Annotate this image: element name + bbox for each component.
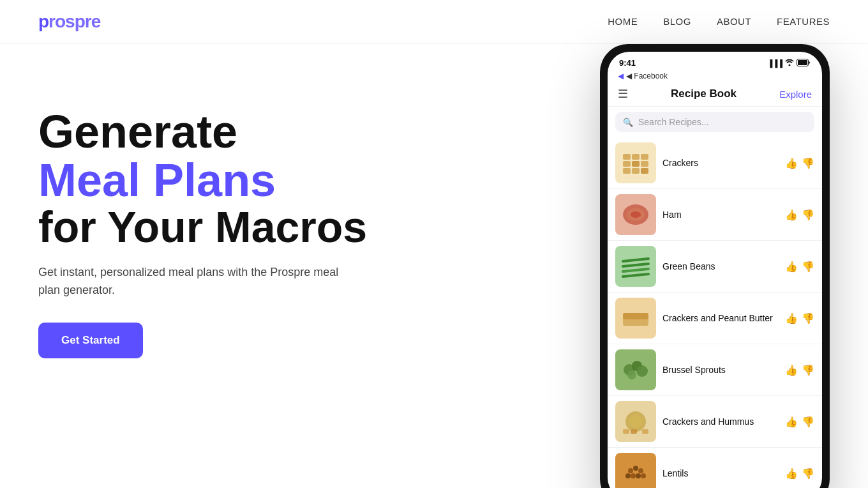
hero-text: Generate Meal Plans for Your Macros Get … xyxy=(38,82,421,358)
recipe-thumb-green-beans xyxy=(615,246,656,287)
svg-rect-7 xyxy=(632,161,640,167)
recipe-item-crackers: Crackers 👍 👎 xyxy=(608,137,822,189)
phone-frame: 9:41 ▐▐▐ ◀ ◀ Facebook xyxy=(600,44,830,488)
recipe-name-crackers: Crackers xyxy=(662,158,779,168)
svg-rect-32 xyxy=(623,429,629,434)
recipe-thumb-crackers xyxy=(615,142,656,183)
svg-point-40 xyxy=(631,473,636,478)
svg-point-38 xyxy=(638,468,643,473)
search-icon: 🔍 xyxy=(623,118,633,127)
recipe-item-lentils: Lentils 👍 👎 xyxy=(608,448,822,488)
svg-point-15 xyxy=(631,211,641,218)
recipe-name-crackers-pb: Crackers and Peanut Butter xyxy=(662,313,779,323)
dislike-button-green-beans[interactable]: 👎 xyxy=(802,261,814,273)
like-button-crackers[interactable]: 👍 xyxy=(785,157,798,169)
like-button-lentils[interactable]: 👍 xyxy=(785,468,798,480)
recipe-actions-crackers-hummus: 👍 👎 xyxy=(785,416,814,428)
hero-section: Generate Meal Plans for Your Macros Get … xyxy=(0,44,868,488)
svg-point-41 xyxy=(636,473,641,478)
back-bar: ◀ ◀ Facebook xyxy=(608,70,822,83)
nav-home[interactable]: HOME xyxy=(608,16,638,27)
svg-rect-1 xyxy=(798,60,807,65)
recipe-name-lentils: Lentils xyxy=(662,468,779,478)
logo-p: p xyxy=(38,11,49,31)
explore-link[interactable]: Explore xyxy=(779,89,812,100)
recipe-thumb-crackers-hummus xyxy=(615,401,656,442)
recipe-item-crackers-pb: Crackers and Peanut Butter 👍 👎 xyxy=(608,293,822,344)
recipe-actions-brussels: 👍 👎 xyxy=(785,364,814,376)
get-started-button[interactable]: Get Started xyxy=(38,323,143,358)
svg-point-28 xyxy=(627,370,636,379)
dislike-button-brussels[interactable]: 👎 xyxy=(802,364,814,376)
like-button-crackers-hummus[interactable]: 👍 xyxy=(785,416,798,428)
wifi-icon xyxy=(785,59,794,67)
battery-icon xyxy=(797,59,811,68)
dislike-button-crackers[interactable]: 👎 xyxy=(802,157,814,169)
app-nav: ☰ Recipe Book Explore xyxy=(608,83,822,107)
hero-title-generate: Generate xyxy=(38,108,421,156)
recipe-name-brussels: Brussel Sprouts xyxy=(662,365,779,375)
hero-title-macros: for Your Macros xyxy=(38,204,421,250)
status-bar: 9:41 ▐▐▐ xyxy=(608,52,822,70)
nav-about[interactable]: ABOUT xyxy=(717,16,751,27)
svg-point-42 xyxy=(641,473,646,478)
recipe-item-brussels: Brussel Sprouts 👍 👎 xyxy=(608,344,822,396)
recipe-thumb-crackers-pb xyxy=(615,298,656,339)
phone-mockup: 9:41 ▐▐▐ ◀ ◀ Facebook xyxy=(600,44,830,488)
recipe-name-ham: Ham xyxy=(662,210,779,220)
recipe-actions-crackers-pb: 👍 👎 xyxy=(785,312,814,324)
app-title: Recipe Book xyxy=(671,88,737,100)
logo: prospre xyxy=(38,11,100,32)
recipe-item-ham: Ham 👍 👎 xyxy=(608,189,822,241)
recipe-name-green-beans: Green Beans xyxy=(662,261,779,271)
navbar: prospre HOME BLOG ABOUT FEATURES xyxy=(0,0,868,44)
svg-rect-6 xyxy=(623,161,631,167)
status-time: 9:41 xyxy=(619,58,636,68)
search-bar[interactable]: 🔍 Search Recipes... xyxy=(615,112,814,132)
hero-title-mealplans: Meal Plans xyxy=(38,156,421,205)
dislike-button-ham[interactable]: 👎 xyxy=(802,209,814,221)
svg-rect-11 xyxy=(641,168,648,174)
svg-rect-5 xyxy=(641,154,648,160)
svg-rect-9 xyxy=(623,168,631,174)
like-button-green-beans[interactable]: 👍 xyxy=(785,261,798,273)
recipe-actions-ham: 👍 👎 xyxy=(785,209,814,221)
recipe-item-green-beans: Green Beans 👍 👎 xyxy=(608,241,822,293)
dislike-button-lentils[interactable]: 👎 xyxy=(802,468,814,480)
nav-links: HOME BLOG ABOUT FEATURES xyxy=(608,16,830,27)
svg-rect-10 xyxy=(632,168,640,174)
svg-rect-8 xyxy=(641,161,648,167)
back-label: ◀ Facebook xyxy=(626,72,668,80)
recipe-thumb-brussels xyxy=(615,349,656,390)
svg-point-31 xyxy=(629,415,642,428)
nav-blog[interactable]: BLOG xyxy=(663,16,691,27)
svg-rect-35 xyxy=(618,455,654,488)
recipe-actions-lentils: 👍 👎 xyxy=(785,468,814,480)
signal-icon: ▐▐▐ xyxy=(768,59,782,67)
recipe-thumb-ham xyxy=(615,194,656,235)
recipe-name-crackers-hummus: Crackers and Hummus xyxy=(662,416,779,427)
status-icons: ▐▐▐ xyxy=(768,59,811,68)
like-button-brussels[interactable]: 👍 xyxy=(785,364,798,376)
svg-point-37 xyxy=(633,466,638,471)
hamburger-icon[interactable]: ☰ xyxy=(618,87,628,101)
like-button-ham[interactable]: 👍 xyxy=(785,209,798,221)
recipe-item-crackers-hummus: Crackers and Hummus 👍 👎 xyxy=(608,396,822,448)
recipe-list: Crackers 👍 👎 Ham 👍 xyxy=(608,137,822,488)
nav-features[interactable]: FEATURES xyxy=(777,16,830,27)
search-placeholder: Search Recipes... xyxy=(638,117,709,127)
svg-rect-34 xyxy=(642,429,648,434)
like-button-crackers-pb[interactable]: 👍 xyxy=(785,312,798,324)
phone-screen: 9:41 ▐▐▐ ◀ ◀ Facebook xyxy=(608,52,822,488)
dislike-button-crackers-hummus[interactable]: 👎 xyxy=(802,416,814,428)
svg-rect-3 xyxy=(623,154,631,160)
svg-point-27 xyxy=(636,365,648,377)
back-arrow-icon: ◀ xyxy=(618,72,624,80)
svg-point-36 xyxy=(628,468,633,473)
dislike-button-crackers-pb[interactable]: 👎 xyxy=(802,312,814,324)
svg-point-39 xyxy=(625,473,631,478)
recipe-actions-crackers: 👍 👎 xyxy=(785,157,814,169)
svg-rect-23 xyxy=(623,313,648,319)
recipe-actions-green-beans: 👍 👎 xyxy=(785,261,814,273)
svg-rect-4 xyxy=(632,154,640,160)
